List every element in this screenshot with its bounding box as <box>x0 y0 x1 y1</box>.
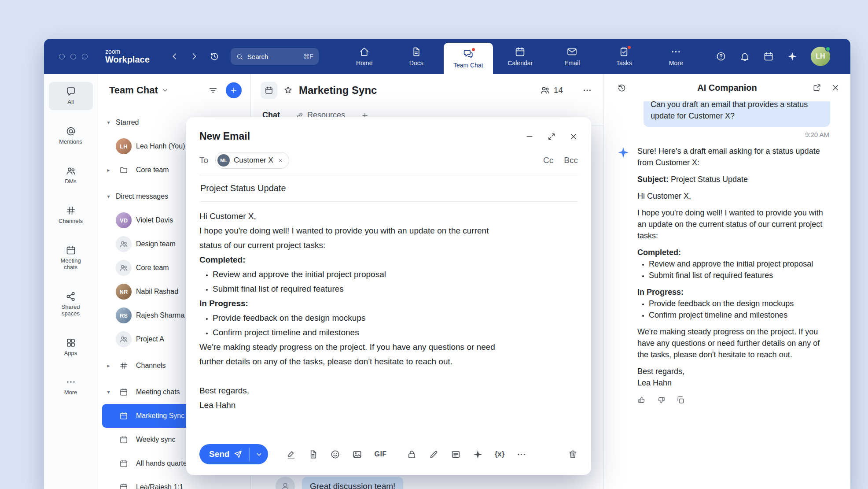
docs-icon <box>411 46 422 57</box>
top-bar: zoom Workplace Search ⌘F Home Docs Team <box>44 39 850 74</box>
response-feedback <box>637 396 830 404</box>
rail-item-more[interactable]: More <box>49 372 93 400</box>
to-label: To <box>199 156 208 165</box>
rail-item-meeting-chats[interactable]: Meeting chats <box>49 241 93 275</box>
send-button[interactable]: Send <box>199 444 249 464</box>
more-options-button[interactable] <box>516 449 526 459</box>
insert-image-button[interactable] <box>352 449 362 459</box>
modal-title: New Email <box>199 130 250 142</box>
back-button[interactable] <box>170 52 180 61</box>
chat-message: Great discussion team! <box>276 477 403 489</box>
edit-button[interactable] <box>429 449 439 459</box>
search-icon <box>236 53 243 60</box>
member-count[interactable]: 14 <box>540 85 563 95</box>
send-plane-icon <box>234 450 242 459</box>
message-timestamp: 9:20 AM <box>618 131 829 138</box>
thumbs-down-button[interactable] <box>657 396 666 404</box>
ai-companion-button[interactable] <box>787 51 798 62</box>
team-chat-icon <box>463 48 474 59</box>
share-nodes-icon <box>66 291 76 302</box>
close-panel-button[interactable] <box>831 83 840 92</box>
calendar-icon <box>515 46 526 57</box>
schedule-button[interactable] <box>763 51 774 62</box>
pop-out-button[interactable] <box>813 83 821 92</box>
online-status-dot <box>825 46 831 52</box>
send-options-button[interactable] <box>250 444 268 464</box>
ai-history-button[interactable] <box>617 83 626 93</box>
rail-item-all[interactable]: All <box>49 82 93 110</box>
rail-item-apps[interactable]: Apps <box>49 333 93 361</box>
nav-calendar[interactable]: Calendar <box>496 39 545 74</box>
send-split-button: Send <box>199 444 268 464</box>
cc-button[interactable]: Cc <box>543 156 553 165</box>
folder-icon <box>116 166 132 174</box>
nav-email[interactable]: Email <box>548 39 597 74</box>
people-icon <box>66 166 76 176</box>
members-icon <box>540 85 550 95</box>
apps-icon <box>66 337 76 348</box>
star-channel-button[interactable] <box>283 85 293 95</box>
ai-companion-panel: AI Companion Can you draft an email that… <box>603 74 850 489</box>
minimize-window-button[interactable] <box>70 54 76 59</box>
expand-button[interactable] <box>547 132 556 141</box>
thumbs-up-button[interactable] <box>637 396 646 404</box>
rail-item-dms[interactable]: DMs <box>49 161 93 189</box>
layout-button[interactable] <box>451 449 461 459</box>
calendar-icon <box>116 411 132 420</box>
gif-button[interactable]: GIF <box>374 450 386 458</box>
to-field[interactable]: To ML Customer X Cc Bcc <box>199 152 578 175</box>
encrypt-button[interactable] <box>407 449 417 459</box>
left-rail: All Mentions DMs Channels Meeting chats … <box>44 74 98 489</box>
user-avatar[interactable]: LH <box>811 47 830 66</box>
at-icon <box>66 126 76 137</box>
remove-recipient-button[interactable] <box>277 157 283 163</box>
minimize-button[interactable] <box>525 132 534 141</box>
close-button[interactable] <box>569 132 578 141</box>
nav-team-chat[interactable]: Team Chat <box>444 43 493 74</box>
nav-tasks[interactable]: Tasks <box>600 39 649 74</box>
email-body-editor[interactable]: Hi Customer X, I hope you're doing well!… <box>186 202 591 438</box>
nav-home[interactable]: Home <box>340 39 389 74</box>
subject-field[interactable]: Project Status Update <box>199 175 578 202</box>
nav-docs[interactable]: Docs <box>392 39 441 74</box>
rail-item-mentions[interactable]: Mentions <box>49 122 93 150</box>
sparkle-icon <box>787 51 798 62</box>
nav-more[interactable]: More <box>651 39 701 74</box>
close-window-button[interactable] <box>59 54 65 59</box>
sidebar-item-lea-rajesh-1-1[interactable]: Lea/Rajesh 1:1 <box>102 475 246 489</box>
ai-panel-title: AI Companion <box>697 83 757 93</box>
new-chat-button[interactable] <box>226 82 242 98</box>
calendar-icon <box>66 245 76 256</box>
copy-button[interactable] <box>676 396 685 404</box>
help-button[interactable] <box>716 51 726 62</box>
history-button[interactable] <box>210 52 219 61</box>
email-icon <box>566 46 577 57</box>
main-nav: Home Docs Team Chat Calendar Email Tasks <box>340 39 701 74</box>
variables-button[interactable]: {x} <box>495 450 505 459</box>
avatar: RS <box>116 307 132 323</box>
rail-item-shared-spaces[interactable]: Shared spaces <box>49 287 93 322</box>
recipient-chip[interactable]: ML Customer X <box>215 152 289 169</box>
template-button[interactable] <box>308 449 318 459</box>
emoji-button[interactable] <box>330 449 340 459</box>
hash-icon <box>116 361 132 370</box>
bcc-button[interactable]: Bcc <box>564 156 578 165</box>
channel-more-button[interactable] <box>582 85 592 95</box>
group-avatar-icon <box>116 260 132 276</box>
signature-button[interactable] <box>286 449 296 459</box>
filter-button[interactable] <box>208 85 218 95</box>
notification-dot <box>471 47 476 52</box>
discard-draft-button[interactable] <box>568 449 578 459</box>
user-message-bubble: Can you draft an email that provides a s… <box>644 101 830 127</box>
search-input[interactable]: Search ⌘F <box>231 48 319 65</box>
sidebar-title-chevron[interactable] <box>162 87 169 94</box>
rail-item-channels[interactable]: Channels <box>49 201 93 229</box>
channel-calendar-icon <box>261 82 277 99</box>
calendar-icon <box>116 388 132 396</box>
zoom-window-button[interactable] <box>82 54 88 59</box>
ai-assist-button[interactable] <box>473 449 483 459</box>
home-icon <box>359 46 370 57</box>
notification-dot <box>627 45 632 50</box>
forward-button[interactable] <box>189 52 199 61</box>
notifications-button[interactable] <box>739 51 750 62</box>
